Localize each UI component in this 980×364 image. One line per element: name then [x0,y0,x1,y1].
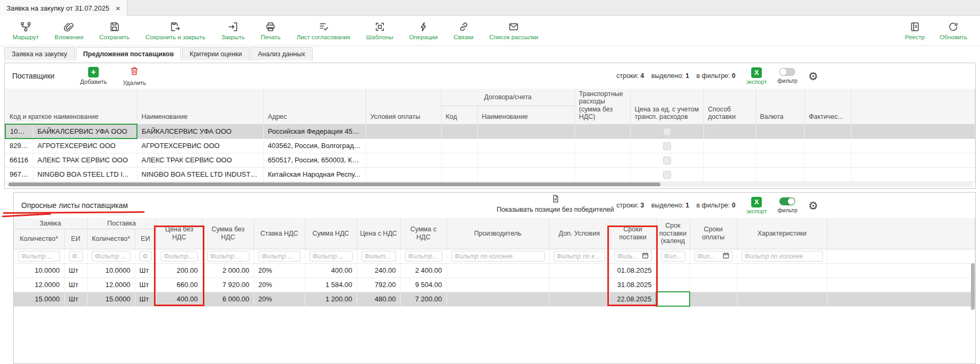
toolbar-templates-button[interactable]: Шаблоны [366,21,393,40]
vertical-scrollbar-thumb[interactable] [971,263,975,310]
suppliers-export-button[interactable]: X экспорт [746,67,767,85]
suppliers-filter-toggle[interactable] [779,68,795,76]
questionnaires-panel-header: Опросные листы поставщикам Показывать по… [14,193,975,218]
filter-input[interactable]: Фил... [694,251,733,262]
close-tab-icon[interactable]: × [116,4,121,12]
row-checkbox[interactable] [663,128,671,136]
toolbar-attachments-label: Вложения [55,34,83,40]
column-header[interactable]: Ставка НДС [254,218,305,249]
col-transport-costs[interactable]: Транспортные расходы (сумма без НДС) [574,89,630,124]
col-contract-name[interactable]: Наименование [477,106,574,124]
column-header[interactable]: Цена без НДС [156,218,202,249]
row-checkbox[interactable] [663,157,671,164]
column-header[interactable]: ЕИ [135,229,156,249]
delete-supplier-button[interactable]: Удалить [123,66,146,86]
save_close-icon [170,21,181,32]
supplier-row[interactable]: 103317БАЙКАЛСЕРВИС УФА ОООБАЙКАЛСЕРВИС У… [5,124,975,138]
toolbar-left-items: МаршрутВложенияСохранитьСохранить и закр… [13,21,538,40]
column-header[interactable]: Количество* [87,229,135,249]
column-header[interactable]: Производитель [446,218,549,249]
column-header[interactable]: Сумма НДС [305,218,357,249]
toolbar-attachments-button[interactable]: Вложения [55,21,83,40]
col-payment-terms[interactable]: Условия оплаты [366,89,441,124]
filter-input[interactable]: Фил... [69,251,83,262]
filter-input[interactable]: Фильтр ... [310,251,353,262]
toolbar-print-button[interactable]: Печать [261,21,281,40]
filter-placeholder: Фильтр ... [313,253,344,260]
toolbar-approval-button[interactable]: Лист согласования [297,21,350,40]
row-checkbox[interactable] [663,171,671,179]
toolbar-close-button[interactable]: Закрыть [221,21,245,40]
questionnaires-filter-toggle[interactable] [779,197,795,205]
filter-input[interactable]: Фил... [661,251,685,262]
col-code-short-name[interactable]: Код и краткое наименование [5,89,137,124]
calendar-icon[interactable] [642,252,649,261]
toolbar-save_close-button[interactable]: Сохранить и закрыть [145,21,205,40]
column-header[interactable]: Срок поставки (календ [656,218,690,249]
show-positions-without-winners[interactable]: Показывать позиции без победителей [489,194,622,213]
col-unit-price-transport[interactable]: Цена за ед. с учетом трансп. расходов [630,89,703,124]
suppliers-stats: строки: 4 выделено: 1 в фильтре: 0 [616,72,735,80]
filter-input[interactable]: Фильтр ... [362,251,396,262]
tab-1[interactable]: Заявка на закупку [4,47,75,60]
close-icon [227,21,238,32]
tab-2[interactable]: Предложения поставщиков [76,47,182,60]
supplier-row[interactable]: 66116АЛЕКС ТРАК СЕРВИС ОООАЛЕКС ТРАК СЕР… [5,153,975,167]
column-header[interactable]: Сроки поставки [609,218,656,249]
column-header[interactable]: Количество* [14,229,64,249]
filter-input[interactable]: Фильтр по кол... [554,251,605,262]
toolbar-refresh-button[interactable]: Обновить [940,21,967,40]
toolbar-right-items: РеестрОбновить [905,21,967,40]
col-name[interactable]: Наименование [137,89,263,124]
filter-input[interactable]: Фильтр ... [207,251,250,262]
toolbar-refresh-label: Обновить [940,34,967,40]
questionnaire-row[interactable]: 15.0000Шт15.0000Шт400.006 000.0020%1 200… [14,292,975,306]
questionnaires-filter-control: фильтр [778,197,798,213]
col-currency[interactable]: Валюта [755,89,804,124]
column-header[interactable]: Доп. Условия [549,218,609,249]
row-checkbox[interactable] [663,142,671,150]
filter-input[interactable]: Фильтр ... [18,251,60,262]
page-tabs: Заявка на закупкуПредложения поставщиков… [4,47,976,60]
column-header[interactable]: ЕИ [64,229,87,249]
col-actual[interactable]: Фактичес... [804,89,851,124]
filter-input[interactable]: Филь... [614,251,652,262]
column-header[interactable]: Сумма без НДС [202,218,254,249]
toolbar-registry-button[interactable]: Реестр [905,21,925,40]
col-contract-code[interactable]: Код [441,106,477,124]
questionnaire-row[interactable]: 10.0000Шт10.0000Шт200.002 000.0020%400.0… [14,263,975,278]
excel-export-icon: X [751,197,762,207]
supplier-row[interactable]: 96746NINGBO BOA STEEL LTD I...NINGBO BOA… [5,167,975,181]
col-address[interactable]: Адрес [263,89,366,124]
toolbar-operations-button[interactable]: Операции [409,21,438,40]
questionnaire-row[interactable]: 12.0000Шт12.0000Шт660.007 920.0020%1 584… [14,278,975,292]
filter-input[interactable]: Фильтр ... [405,251,442,262]
filter-input[interactable]: Фильтр по колонке [742,251,823,262]
supplier-row[interactable]: 82942АГРОТЕХСЕРВИС ОООАГРОТЕХСЕРВИС ООО4… [5,138,975,153]
window-tab[interactable]: Заявка на закупку от 31.07.2025 × [0,0,127,16]
col-delivery-method[interactable]: Способ доставки [703,89,755,124]
filter-input[interactable]: Фильтр по ко... [259,251,300,262]
horizontal-scrollbar-thumb[interactable] [8,183,660,186]
column-header[interactable]: Сроки оплаты [690,218,737,249]
add-supplier-button[interactable]: + Добавить [80,67,107,85]
suppliers-settings-gear-icon[interactable]: ⚙ [808,71,818,82]
column-header[interactable]: Характеристики [737,218,827,249]
questionnaires-settings-gear-icon[interactable]: ⚙ [808,200,818,211]
toolbar-save-button[interactable]: Сохранить [99,21,130,40]
group-header-request: Заявка [14,218,87,229]
column-header[interactable]: Сумма с НДС [400,218,446,249]
selected-cell [656,292,690,306]
filter-input[interactable]: Фильтр ... [92,251,131,262]
toolbar-mailing-button[interactable]: Список рассылки [489,21,538,40]
filter-input[interactable]: Фильтр ... [161,251,198,262]
filter-input[interactable]: Фильтр по колонке [451,251,545,262]
column-header[interactable]: Цена с НДС [357,218,400,249]
questionnaires-export-button[interactable]: X экспорт [746,197,767,214]
filter-input[interactable]: Фил... [140,251,152,262]
calendar-icon[interactable] [723,252,729,261]
tab-3[interactable]: Критерии оценки [182,47,249,60]
tab-4[interactable]: Анализ данных [251,47,313,60]
toolbar-links-button[interactable]: Связки [453,21,473,40]
toolbar-route-button[interactable]: Маршрут [13,21,39,40]
